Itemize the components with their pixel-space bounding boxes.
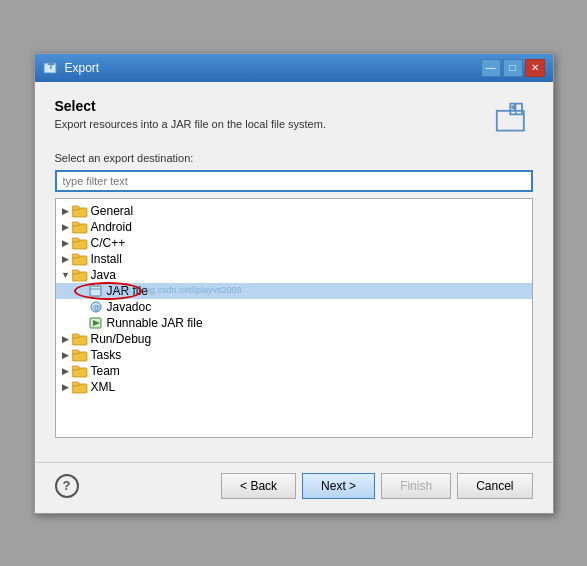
dialog-content: Select Export resources into a JAR file … (35, 82, 553, 450)
next-button[interactable]: Next > (302, 473, 375, 499)
jar-file-icon (88, 284, 104, 298)
tree-label-cpp: C/C++ (91, 236, 126, 250)
svg-rect-26 (72, 350, 79, 354)
tree-item-general[interactable]: ▶ General (56, 203, 532, 219)
header-section: Select Export resources into a JAR file … (55, 98, 533, 138)
window-title: Export (65, 61, 100, 75)
tree-item-rundebug[interactable]: ▶ Run/Debug (56, 331, 532, 347)
folder-icon-xml (72, 380, 88, 394)
tree-label-general: General (91, 204, 134, 218)
header-text: Select Export resources into a JAR file … (55, 98, 326, 130)
svg-rect-12 (72, 238, 79, 242)
export-destination-icon (495, 100, 531, 136)
tree-item-jar-file[interactable]: ▶ JAR file http://blog.csdn.net/iplayvs2… (56, 283, 532, 299)
tree-label-javadoc: Javadoc (107, 300, 152, 314)
tree-item-android[interactable]: ▶ Android (56, 219, 532, 235)
tree-item-runnable-jar[interactable]: ▶ Runnable JAR file (56, 315, 532, 331)
action-buttons: < Back Next > Finish Cancel (221, 473, 532, 499)
folder-icon-cpp (72, 236, 88, 250)
title-bar-buttons: — □ ✕ (481, 59, 545, 77)
svg-rect-14 (72, 254, 79, 258)
folder-icon-android (72, 220, 88, 234)
dialog-title: Select (55, 98, 326, 114)
folder-icon-general (72, 204, 88, 218)
folder-icon-rundebug (72, 332, 88, 346)
svg-rect-10 (72, 222, 79, 226)
svg-rect-8 (72, 206, 79, 210)
close-button[interactable]: ✕ (525, 59, 545, 77)
tree-item-java[interactable]: ▼ Java (56, 267, 532, 283)
filter-input[interactable] (55, 170, 533, 192)
runnable-jar-icon (88, 316, 104, 330)
export-icon-container (493, 98, 533, 138)
tree-label-rundebug: Run/Debug (91, 332, 152, 346)
javadoc-icon: @ (88, 300, 104, 314)
svg-rect-28 (72, 366, 79, 370)
tree-item-install[interactable]: ▶ Install (56, 251, 532, 267)
back-button[interactable]: < Back (221, 473, 296, 499)
expand-arrow-java: ▼ (60, 268, 72, 282)
svg-rect-17 (90, 286, 101, 296)
tree-label-jar-file: JAR file (107, 284, 148, 298)
tree-label-runnable-jar: Runnable JAR file (107, 316, 203, 330)
folder-icon-java (72, 268, 88, 282)
window-icon (43, 60, 59, 76)
collapse-arrow-android: ▶ (60, 220, 72, 234)
svg-rect-16 (72, 270, 79, 274)
collapse-arrow-xml: ▶ (60, 380, 72, 394)
collapse-arrow-tasks: ▶ (60, 348, 72, 362)
collapse-arrow-rundebug: ▶ (60, 332, 72, 346)
tree-container[interactable]: ▶ General ▶ Android ▶ (55, 198, 533, 438)
tree-item-javadoc[interactable]: ▶ @ Javadoc (56, 299, 532, 315)
tree-label-team: Team (91, 364, 120, 378)
folder-icon-team (72, 364, 88, 378)
filter-label: Select an export destination: (55, 152, 533, 164)
title-bar-left: Export (43, 60, 100, 76)
tree-label-android: Android (91, 220, 132, 234)
collapse-arrow-general: ▶ (60, 204, 72, 218)
tree-label-xml: XML (91, 380, 116, 394)
folder-icon-tasks (72, 348, 88, 362)
dialog-description: Export resources into a JAR file on the … (55, 118, 326, 130)
title-bar: Export — □ ✕ (35, 54, 553, 82)
footer-divider (35, 462, 553, 463)
tree-item-tasks[interactable]: ▶ Tasks (56, 347, 532, 363)
tree-item-cpp[interactable]: ▶ C/C++ (56, 235, 532, 251)
svg-rect-24 (72, 334, 79, 338)
svg-text:@: @ (93, 304, 100, 311)
collapse-arrow-cpp: ▶ (60, 236, 72, 250)
dialog-footer: ? < Back Next > Finish Cancel (35, 473, 553, 513)
svg-rect-30 (72, 382, 79, 386)
tree-label-tasks: Tasks (91, 348, 122, 362)
export-dialog: Export — □ ✕ Select Export resources int… (34, 53, 554, 514)
collapse-arrow-team: ▶ (60, 364, 72, 378)
cancel-button[interactable]: Cancel (457, 473, 532, 499)
maximize-button[interactable]: □ (503, 59, 523, 77)
collapse-arrow-install: ▶ (60, 252, 72, 266)
folder-icon-install (72, 252, 88, 266)
tree-item-team[interactable]: ▶ Team (56, 363, 532, 379)
minimize-button[interactable]: — (481, 59, 501, 77)
finish-button[interactable]: Finish (381, 473, 451, 499)
tree-item-xml[interactable]: ▶ XML (56, 379, 532, 395)
tree-label-install: Install (91, 252, 122, 266)
help-button[interactable]: ? (55, 474, 79, 498)
tree-label-java: Java (91, 268, 116, 282)
